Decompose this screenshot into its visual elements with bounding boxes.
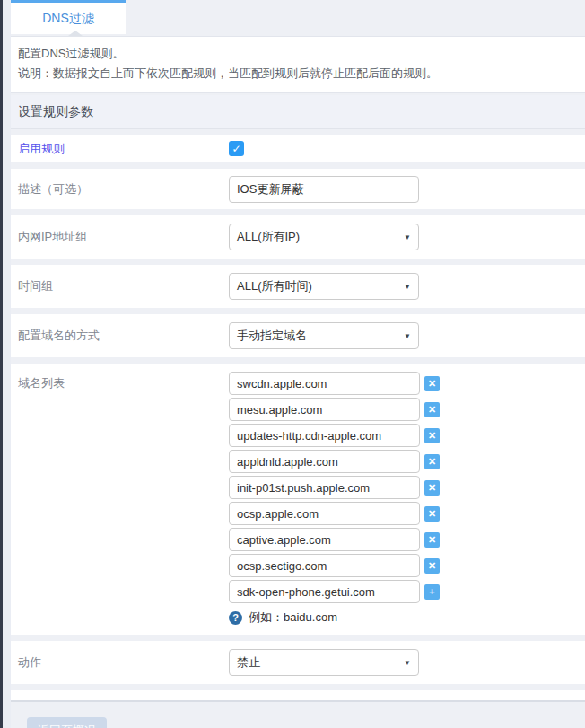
description-infobox: 配置DNS过滤规则。 说明：数据报文自上而下依次匹配规则，当匹配到规则后就停止匹…: [11, 36, 585, 93]
description-label: 描述（可选）: [18, 181, 229, 197]
help-icon: ?: [229, 611, 242, 625]
action-select[interactable]: 禁止 ▼: [229, 649, 419, 676]
domain-remove-button[interactable]: ✕: [424, 506, 440, 522]
domain-remove-button[interactable]: ✕: [424, 532, 440, 548]
domain-remove-button[interactable]: ✕: [424, 480, 440, 496]
domain-input[interactable]: [229, 398, 420, 421]
row-enable-rule: 启用规则 ✓: [11, 135, 585, 162]
ip-group-label: 内网IP地址组: [18, 229, 229, 245]
row-domain-mode: 配置域名的方式 手动指定域名 ▼: [11, 314, 585, 357]
domain-input[interactable]: [229, 554, 420, 577]
domain-list-item: +: [229, 580, 440, 603]
footer: 返回至概况: [11, 702, 585, 728]
row-action: 动作 禁止 ▼: [11, 641, 585, 684]
row-ip-group: 内网IP地址组 ALL(所有IP) ▼: [11, 215, 585, 259]
ip-group-select[interactable]: ALL(所有IP) ▼: [229, 224, 419, 250]
domain-input[interactable]: [229, 580, 420, 603]
domain-hint-text: 例如：baidu.com: [249, 610, 337, 626]
domain-add-button[interactable]: +: [424, 584, 440, 600]
content-area: DNS过滤 配置DNS过滤规则。 说明：数据报文自上而下依次匹配规则，当匹配到规…: [11, 0, 585, 728]
chevron-down-icon: ▼: [404, 283, 411, 291]
time-group-selected-value: ALL(所有时间): [237, 278, 312, 294]
domain-mode-label: 配置域名的方式: [18, 328, 229, 344]
section-header: 设置规则参数: [11, 95, 585, 129]
description-input[interactable]: [229, 176, 419, 203]
left-gutter: [3, 0, 11, 728]
domain-list-item: ✕: [229, 398, 440, 421]
domain-remove-button[interactable]: ✕: [424, 428, 440, 443]
back-to-overview-button[interactable]: 返回至概况: [27, 717, 107, 728]
info-line-1: 配置DNS过滤规则。: [18, 44, 574, 64]
chevron-down-icon: ▼: [404, 233, 411, 241]
domain-input[interactable]: [229, 424, 420, 447]
enable-rule-label[interactable]: 启用规则: [18, 141, 229, 157]
domain-input[interactable]: [229, 476, 420, 499]
tab-dns-filter-label: DNS过滤: [42, 11, 94, 27]
domain-list-item: ✕: [229, 424, 440, 447]
row-domain-list: 域名列表 ✕ ✕: [11, 364, 585, 635]
domain-list: ✕ ✕ ✕: [229, 372, 440, 626]
rule-form: 启用规则 ✓ 描述（可选） 内网IP地址组 ALL(所有IP) ▼ 时间组: [11, 135, 585, 702]
ip-group-selected-value: ALL(所有IP): [237, 229, 300, 245]
domain-list-item: ✕: [229, 554, 440, 577]
domain-remove-button[interactable]: ✕: [424, 454, 440, 469]
chevron-down-icon: ▼: [404, 659, 411, 667]
tab-dns-filter[interactable]: DNS过滤: [11, 0, 126, 34]
info-line-2: 说明：数据报文自上而下依次匹配规则，当匹配到规则后就停止匹配后面的规则。: [18, 64, 574, 83]
domain-mode-selected-value: 手动指定域名: [237, 328, 307, 344]
domain-input[interactable]: [229, 372, 420, 395]
time-group-label: 时间组: [18, 278, 229, 294]
action-label: 动作: [18, 654, 229, 671]
domain-input[interactable]: [229, 502, 420, 525]
enable-rule-checkbox[interactable]: ✓: [229, 141, 244, 156]
domain-remove-button[interactable]: ✕: [424, 402, 440, 417]
domain-input[interactable]: [229, 528, 420, 551]
chevron-down-icon: ▼: [404, 332, 411, 340]
active-tab-notch: [68, 31, 83, 36]
domain-mode-select[interactable]: 手动指定域名 ▼: [229, 322, 419, 349]
domain-input[interactable]: [229, 450, 420, 473]
domain-list-item: ✕: [229, 502, 440, 525]
domain-list-item: ✕: [229, 450, 440, 473]
domain-remove-button[interactable]: ✕: [424, 558, 440, 574]
domain-list-item: ✕: [229, 476, 440, 499]
row-description: 描述（可选）: [11, 169, 585, 209]
time-group-select[interactable]: ALL(所有时间) ▼: [229, 273, 419, 300]
domain-list-label: 域名列表: [18, 372, 229, 391]
row-time-group: 时间组 ALL(所有时间) ▼: [11, 265, 585, 308]
tab-bar: DNS过滤: [11, 0, 585, 34]
section-title: 设置规则参数: [18, 104, 93, 120]
domain-list-item: ✕: [229, 372, 440, 395]
dns-filter-page: DNS过滤 配置DNS过滤规则。 说明：数据报文自上而下依次匹配规则，当匹配到规…: [0, 0, 585, 728]
domain-hint: ? 例如：baidu.com: [229, 610, 440, 626]
panel-end-strip: [11, 690, 585, 702]
domain-list-item: ✕: [229, 528, 440, 551]
action-selected-value: 禁止: [237, 654, 260, 671]
checkmark-icon: ✓: [231, 144, 240, 154]
domain-remove-button[interactable]: ✕: [424, 376, 440, 391]
